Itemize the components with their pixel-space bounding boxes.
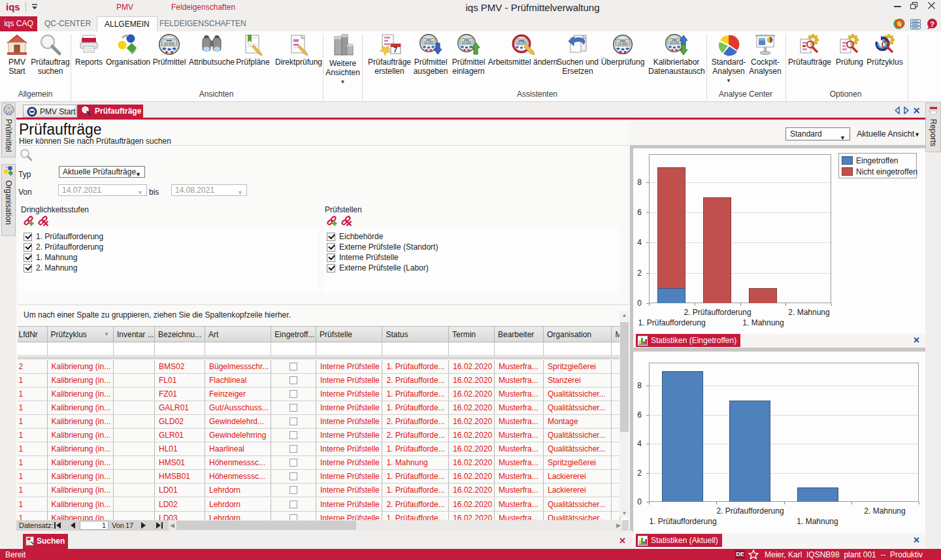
svg-text:10.550: 10.550 bbox=[517, 41, 526, 44]
svg-text:10.550: 10.550 bbox=[618, 42, 628, 46]
svg-text:7: 7 bbox=[393, 46, 397, 54]
svg-text:10.550: 10.550 bbox=[164, 42, 174, 46]
svg-text:10.550: 10.550 bbox=[670, 41, 679, 44]
svg-text:?: ? bbox=[930, 20, 934, 28]
svg-text:10.550: 10.550 bbox=[462, 41, 471, 44]
svg-text:10.550: 10.550 bbox=[424, 41, 433, 44]
